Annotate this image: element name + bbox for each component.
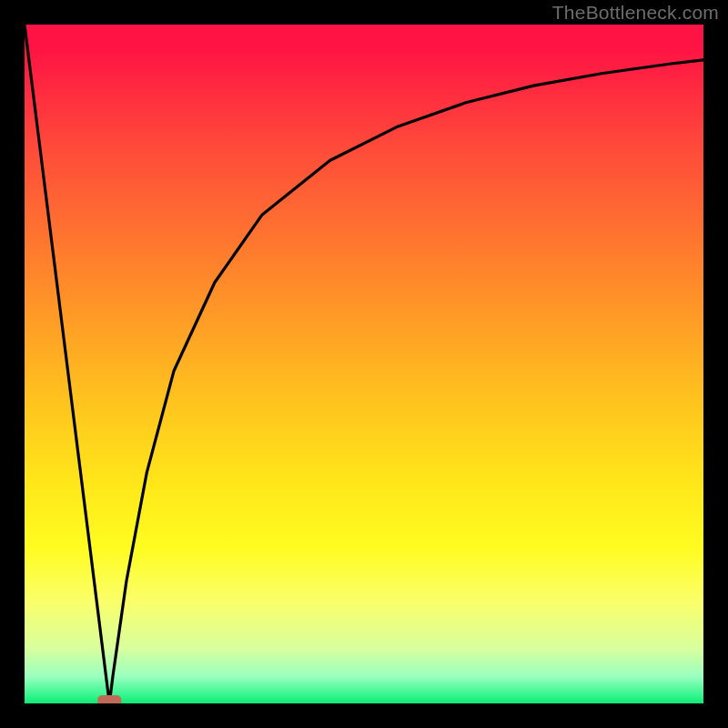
- chart-curve-svg: [25, 25, 703, 703]
- watermark-text: TheBottleneck.com: [552, 2, 719, 24]
- bottleneck-curve-path: [25, 25, 703, 703]
- chart-frame: TheBottleneck.com: [0, 0, 728, 728]
- chart-curve: [25, 25, 703, 703]
- chart-plot-area: [25, 25, 703, 703]
- optimum-marker: [97, 695, 121, 703]
